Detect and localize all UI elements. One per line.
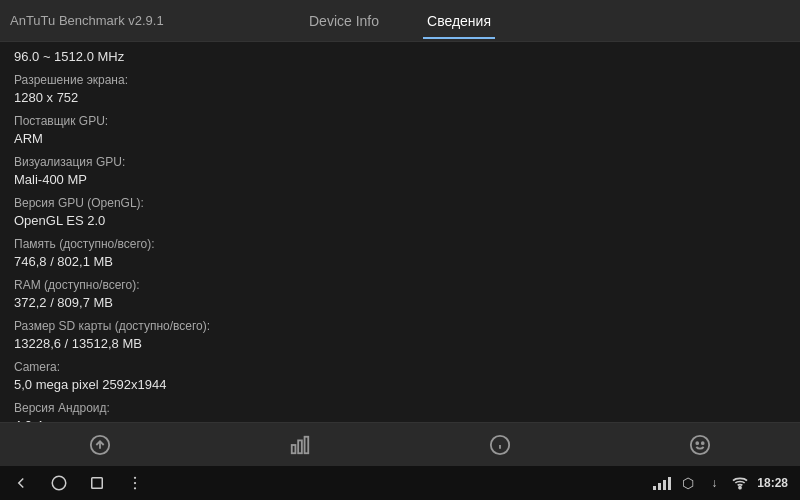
info-label-5: Память (доступно/всего):: [14, 236, 786, 253]
info-row-6: RAM (доступно/всего): 372,2 / 809,7 MB: [14, 277, 786, 312]
download-icon: ↓: [705, 474, 723, 492]
nav-right: ⬡ ↓ 18:28: [653, 474, 788, 492]
app-title: AnTuTu Benchmark v2.9.1: [10, 13, 164, 28]
toolbar-btn-score[interactable]: [59, 430, 141, 460]
info-value-7: 13228,6 / 13512,8 MB: [14, 335, 786, 353]
recent-apps-button[interactable]: [88, 474, 106, 492]
title-bar: AnTuTu Benchmark v2.9.1 Device Info Свед…: [0, 0, 800, 42]
info-row-4: Версия GPU (OpenGL): OpenGL ES 2.0: [14, 195, 786, 230]
info-row-9: Версия Андроид: 4.0.4: [14, 400, 786, 422]
info-value-8: 5,0 mega pixel 2592x1944: [14, 376, 786, 394]
tab-device-info[interactable]: Device Info: [305, 3, 383, 39]
signal-indicator: [653, 476, 671, 490]
svg-point-13: [134, 482, 136, 484]
svg-point-12: [134, 477, 136, 479]
svg-rect-3: [305, 436, 309, 453]
info-value-5: 746,8 / 802,1 MB: [14, 253, 786, 271]
info-value-0: 96.0 ~ 1512.0 MHz: [14, 48, 786, 66]
content-area: 96.0 ~ 1512.0 MHz Разрешение экрана: 128…: [0, 42, 800, 422]
nav-left: [12, 474, 144, 492]
info-row-2: Поставщик GPU: ARM: [14, 113, 786, 148]
info-label-3: Визуализация GPU:: [14, 154, 786, 171]
tabs-container: Device Info Сведения: [305, 3, 495, 39]
svg-point-10: [52, 476, 66, 490]
info-value-1: 1280 x 752: [14, 89, 786, 107]
svg-point-9: [702, 442, 704, 444]
home-button[interactable]: [50, 474, 68, 492]
info-value-4: OpenGL ES 2.0: [14, 212, 786, 230]
tab-svedeniya[interactable]: Сведения: [423, 3, 495, 39]
info-row-3: Визуализация GPU: Mali-400 MP: [14, 154, 786, 189]
info-row-5: Память (доступно/всего): 746,8 / 802,1 M…: [14, 236, 786, 271]
svg-point-15: [739, 487, 741, 489]
nav-bar: ⬡ ↓ 18:28: [0, 466, 800, 500]
info-label-4: Версия GPU (OpenGL):: [14, 195, 786, 212]
wifi-icon: [731, 474, 749, 492]
toolbar-btn-chart[interactable]: [259, 430, 341, 460]
info-row-8: Camera: 5,0 mega pixel 2592x1944: [14, 359, 786, 394]
info-value-3: Mali-400 MP: [14, 171, 786, 189]
back-button[interactable]: [12, 474, 30, 492]
info-row-0: 96.0 ~ 1512.0 MHz: [14, 48, 786, 66]
info-label-8: Camera:: [14, 359, 786, 376]
info-row-1: Разрешение экрана: 1280 x 752: [14, 72, 786, 107]
svg-rect-1: [292, 445, 296, 453]
info-label-1: Разрешение экрана:: [14, 72, 786, 89]
bottom-toolbar: [0, 422, 800, 466]
info-value-2: ARM: [14, 130, 786, 148]
clock: 18:28: [757, 476, 788, 490]
toolbar-btn-info[interactable]: [459, 430, 541, 460]
svg-rect-11: [92, 478, 103, 489]
svg-point-8: [696, 442, 698, 444]
bluetooth-icon: ⬡: [679, 474, 697, 492]
svg-point-14: [134, 487, 136, 489]
svg-point-7: [691, 435, 709, 453]
toolbar-btn-face[interactable]: [659, 430, 741, 460]
info-label-7: Размер SD карты (доступно/всего):: [14, 318, 786, 335]
info-label-2: Поставщик GPU:: [14, 113, 786, 130]
info-value-6: 372,2 / 809,7 MB: [14, 294, 786, 312]
svg-rect-2: [298, 440, 302, 453]
info-label-6: RAM (доступно/всего):: [14, 277, 786, 294]
info-row-7: Размер SD карты (доступно/всего): 13228,…: [14, 318, 786, 353]
menu-button[interactable]: [126, 474, 144, 492]
info-label-9: Версия Андроид:: [14, 400, 786, 417]
